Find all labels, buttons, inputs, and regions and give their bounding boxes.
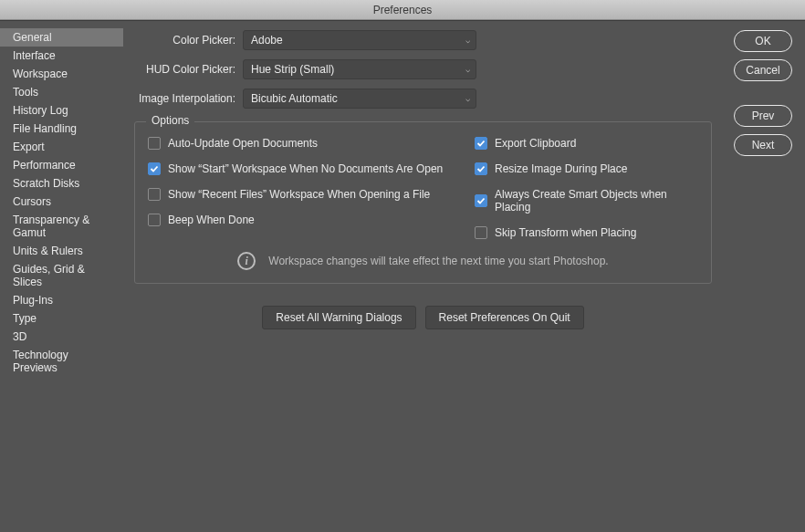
- options-group: Options Auto-Update Open DocumentsShow “…: [134, 121, 712, 284]
- color-picker-label: Color Picker:: [131, 34, 243, 47]
- sidebar-item-general[interactable]: General: [0, 28, 123, 47]
- option-row: Export Clipboard: [475, 137, 698, 150]
- checkbox[interactable]: [475, 137, 487, 150]
- option-label: Auto-Update Open Documents: [168, 137, 318, 150]
- sidebar-item-3d[interactable]: 3D: [0, 328, 123, 346]
- info-text: Workspace changes will take effect the n…: [268, 255, 608, 267]
- option-row: Show “Start” Workspace When No Documents…: [148, 162, 475, 175]
- chevron-down-icon: ⌵: [465, 36, 470, 45]
- option-label: Show “Start” Workspace When No Documents…: [168, 162, 443, 175]
- option-row: Beep When Done: [148, 214, 475, 226]
- option-label: Show “Recent Files” Workspace When Openi…: [168, 188, 430, 201]
- hud-color-picker-label: HUD Color Picker:: [131, 63, 243, 76]
- option-row: Show “Recent Files” Workspace When Openi…: [148, 188, 475, 201]
- option-label: Resize Image During Place: [495, 162, 627, 175]
- options-legend: Options: [146, 114, 194, 127]
- sidebar-item-units-rulers[interactable]: Units & Rulers: [0, 242, 123, 260]
- hud-color-picker-select[interactable]: Hue Strip (Small) ⌵: [243, 59, 476, 79]
- info-icon: i: [237, 252, 256, 270]
- next-button[interactable]: Next: [734, 134, 792, 156]
- window-title: Preferences: [0, 0, 805, 20]
- option-row: Resize Image During Place: [475, 162, 698, 175]
- chevron-down-icon: ⌵: [465, 65, 470, 74]
- sidebar-item-tools[interactable]: Tools: [0, 83, 123, 101]
- ok-button[interactable]: OK: [734, 30, 792, 52]
- option-label: Always Create Smart Objects when Placing: [495, 188, 698, 214]
- sidebar-item-file-handling[interactable]: File Handling: [0, 120, 123, 138]
- sidebar-item-workspace[interactable]: Workspace: [0, 65, 123, 83]
- cancel-button[interactable]: Cancel: [734, 59, 792, 81]
- option-row: Always Create Smart Objects when Placing: [475, 188, 698, 214]
- checkbox[interactable]: [148, 188, 161, 201]
- checkbox[interactable]: [148, 214, 161, 226]
- sidebar-item-type[interactable]: Type: [0, 309, 123, 328]
- main-panel: Color Picker: Adobe ⌵ HUD Color Picker: …: [123, 21, 723, 532]
- checkbox[interactable]: [148, 137, 161, 150]
- checkbox[interactable]: [475, 194, 487, 207]
- dialog-buttons: OK Cancel Prev Next: [723, 21, 805, 532]
- prev-button[interactable]: Prev: [734, 105, 792, 127]
- checkbox[interactable]: [148, 162, 161, 175]
- option-row: Auto-Update Open Documents: [148, 137, 475, 150]
- sidebar-item-cursors[interactable]: Cursors: [0, 193, 123, 211]
- option-label: Export Clipboard: [495, 137, 576, 150]
- image-interpolation-label: Image Interpolation:: [131, 92, 243, 105]
- preferences-sidebar: GeneralInterfaceWorkspaceToolsHistory Lo…: [0, 21, 123, 532]
- sidebar-item-history-log[interactable]: History Log: [0, 101, 123, 120]
- sidebar-item-transparency-gamut[interactable]: Transparency & Gamut: [0, 211, 123, 242]
- checkbox[interactable]: [475, 226, 487, 239]
- reset-warnings-button[interactable]: Reset All Warning Dialogs: [262, 306, 415, 329]
- sidebar-item-performance[interactable]: Performance: [0, 156, 123, 174]
- sidebar-item-scratch-disks[interactable]: Scratch Disks: [0, 174, 123, 193]
- option-label: Skip Transform when Placing: [495, 226, 636, 239]
- sidebar-item-export[interactable]: Export: [0, 138, 123, 156]
- checkbox[interactable]: [475, 162, 487, 175]
- reset-on-quit-button[interactable]: Reset Preferences On Quit: [425, 306, 584, 329]
- color-picker-select[interactable]: Adobe ⌵: [243, 30, 476, 50]
- image-interpolation-select[interactable]: Bicubic Automatic ⌵: [243, 89, 476, 109]
- image-interpolation-value: Bicubic Automatic: [251, 92, 338, 105]
- sidebar-item-plug-ins[interactable]: Plug-Ins: [0, 291, 123, 309]
- sidebar-item-interface[interactable]: Interface: [0, 47, 123, 65]
- content-area: GeneralInterfaceWorkspaceToolsHistory Lo…: [0, 20, 805, 532]
- option-label: Beep When Done: [168, 214, 255, 226]
- option-row: Skip Transform when Placing: [475, 226, 698, 239]
- sidebar-item-guides-grid-slices[interactable]: Guides, Grid & Slices: [0, 260, 123, 291]
- chevron-down-icon: ⌵: [465, 94, 470, 103]
- hud-color-picker-value: Hue Strip (Small): [251, 63, 334, 76]
- sidebar-item-technology-previews[interactable]: Technology Previews: [0, 346, 123, 377]
- color-picker-value: Adobe: [251, 34, 283, 47]
